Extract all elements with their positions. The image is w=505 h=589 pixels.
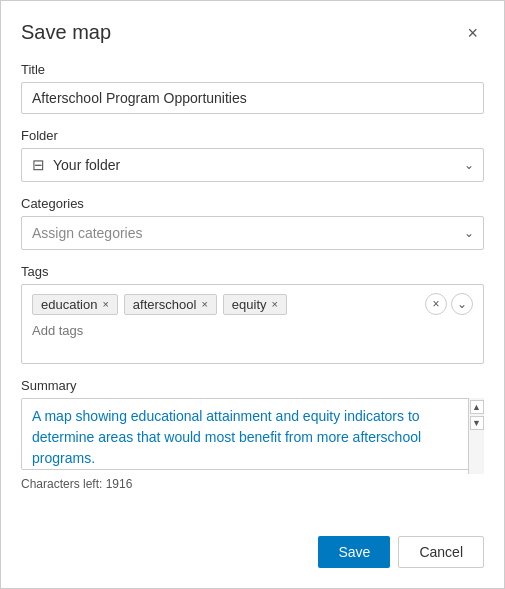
tag-education-remove[interactable]: ×: [102, 299, 108, 310]
categories-chevron-icon: ⌄: [464, 226, 474, 240]
folder-chevron-icon: ⌄: [464, 158, 474, 172]
close-button[interactable]: ×: [461, 22, 484, 44]
chars-left: Characters left: 1916: [21, 477, 132, 491]
cancel-button[interactable]: Cancel: [398, 536, 484, 568]
categories-select-wrapper: Assign categories ⌄: [21, 216, 484, 250]
summary-label: Summary: [21, 378, 484, 393]
summary-wrapper: ▲ ▼: [21, 398, 484, 474]
tag-equity-remove[interactable]: ×: [272, 299, 278, 310]
title-label: Title: [21, 62, 484, 77]
dialog-title: Save map: [21, 21, 111, 44]
dialog-header: Save map ×: [21, 21, 484, 44]
add-tags-input[interactable]: [32, 323, 473, 338]
folder-value: Your folder: [53, 157, 120, 173]
tag-afterschool-remove[interactable]: ×: [201, 299, 207, 310]
folder-icon: ⊟: [32, 156, 45, 174]
categories-group: Categories Assign categories ⌄: [21, 196, 484, 250]
tag-afterschool: afterschool ×: [124, 294, 217, 315]
folder-select-wrapper: ⊟ Your folder ⌄: [21, 148, 484, 182]
scrollbar: ▲ ▼: [468, 398, 484, 474]
categories-label: Categories: [21, 196, 484, 211]
tags-label: Tags: [21, 264, 484, 279]
scroll-down-button[interactable]: ▼: [470, 416, 484, 430]
tag-equity-label: equity: [232, 297, 267, 312]
summary-group: Summary ▲ ▼ Characters left: 1916: [21, 378, 484, 492]
tags-group: Tags education × afterschool × equity × …: [21, 264, 484, 364]
tag-education: education ×: [32, 294, 118, 315]
folder-select[interactable]: ⊟ Your folder ⌄: [21, 148, 484, 182]
tags-row: education × afterschool × equity × × ⌄: [32, 293, 473, 315]
tag-education-label: education: [41, 297, 97, 312]
categories-select[interactable]: Assign categories ⌄: [21, 216, 484, 250]
scroll-up-button[interactable]: ▲: [470, 400, 484, 414]
tags-clear-button[interactable]: ×: [425, 293, 447, 315]
save-map-dialog: Save map × Title Folder ⊟ Your folder ⌄ …: [0, 0, 505, 589]
save-button[interactable]: Save: [318, 536, 390, 568]
folder-group: Folder ⊟ Your folder ⌄: [21, 128, 484, 182]
tags-container: education × afterschool × equity × × ⌄: [21, 284, 484, 364]
tag-equity: equity ×: [223, 294, 287, 315]
tags-chevron-button[interactable]: ⌄: [451, 293, 473, 315]
summary-textarea[interactable]: [21, 398, 484, 470]
title-group: Title: [21, 62, 484, 114]
tag-afterschool-label: afterschool: [133, 297, 197, 312]
title-input[interactable]: [21, 82, 484, 114]
dialog-footer: Save Cancel: [21, 516, 484, 568]
categories-placeholder: Assign categories: [32, 225, 143, 241]
folder-label: Folder: [21, 128, 484, 143]
